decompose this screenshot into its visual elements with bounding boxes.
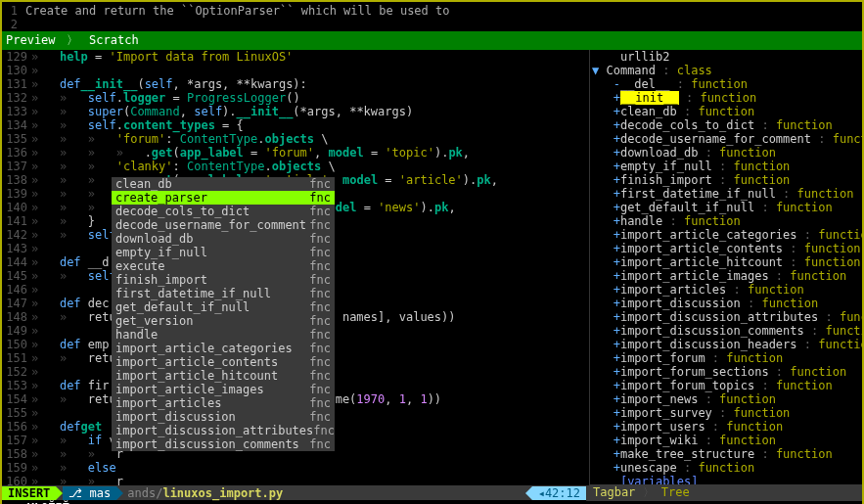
completion-item[interactable]: empty_if_nullfnc: [112, 246, 335, 259]
tag-member[interactable]: -__del__ : function: [592, 77, 860, 91]
tag-member[interactable]: +download_db : function: [592, 146, 860, 160]
mode-indicator: INSERT: [2, 486, 56, 500]
tag-member[interactable]: +__init__ : function: [592, 91, 860, 105]
completion-popup[interactable]: clean_dbfnccreate_parserfncdecode_cols_t…: [112, 177, 335, 451]
code-line[interactable]: 129» help = 'Import data from LinuxOS': [2, 50, 589, 64]
code-line[interactable]: 134» » self.content_types = {: [2, 118, 589, 132]
tag-member[interactable]: +import_wiki : function: [592, 434, 860, 447]
chevron-right-icon: 〉: [67, 33, 78, 47]
code-line[interactable]: 135» » » 'forum': ContentType.objects \: [2, 132, 589, 146]
tagbar-pane[interactable]: urllib2▼ Command : class -__del__ : func…: [589, 50, 862, 485]
completion-item[interactable]: first_datetime_if_nullfnc: [112, 287, 335, 300]
tag-member[interactable]: +unescape : function: [592, 461, 860, 475]
code-line[interactable]: 159» » else: [2, 461, 589, 475]
code-line[interactable]: 131» def __init__(self, *args, **kwargs)…: [2, 77, 589, 91]
tag-member[interactable]: +empty_if_null : function: [592, 160, 860, 173]
code-line[interactable]: 132» » self.logger = ProgressLogger(): [2, 91, 589, 105]
tag-member[interactable]: +finish_import : function: [592, 173, 860, 187]
completion-item[interactable]: create_parserfnc: [112, 191, 335, 205]
tag-member[interactable]: +import_article_hitcount : function: [592, 255, 860, 269]
completion-item[interactable]: decode_cols_to_dictfnc: [112, 205, 335, 218]
completion-item[interactable]: download_dbfnc: [112, 232, 335, 246]
tag-member[interactable]: +clean_db : function: [592, 105, 860, 118]
tag-member[interactable]: +handle : function: [592, 214, 860, 228]
git-branch: ⎇ mas: [63, 486, 116, 500]
completion-item[interactable]: handlefnc: [112, 328, 335, 342]
tag-member[interactable]: +import_article_contents : function: [592, 242, 860, 255]
completion-item[interactable]: finish_importfnc: [112, 273, 335, 287]
tag-member[interactable]: +import_discussion_attributes : func>: [592, 310, 860, 324]
tag-member[interactable]: +get_default_if_null : function: [592, 201, 860, 214]
tag-import[interactable]: urllib2: [592, 50, 860, 64]
doc-preview: 1Create and return the ``OptionParser`` …: [2, 2, 862, 31]
code-line[interactable]: 137» » » 'clanky': ContentType.objects \: [2, 160, 589, 173]
tag-member[interactable]: +import_discussion_headers : functio>: [592, 338, 860, 351]
completion-item[interactable]: decode_username_for_commentfnc: [112, 218, 335, 232]
tag-member[interactable]: +decode_username_for_comment : funct>: [592, 132, 860, 146]
tag-member[interactable]: +import_users : function: [592, 420, 860, 434]
tag-member[interactable]: +import_forum_topics : function: [592, 379, 860, 392]
breadcrumb-preview: Preview: [6, 33, 56, 47]
completion-item[interactable]: get_versionfnc: [112, 314, 335, 328]
code-line[interactable]: 136» » » » .get(app_label = 'forum', mod…: [2, 146, 589, 160]
tag-member[interactable]: +decode_cols_to_dict : function: [592, 118, 860, 132]
completion-item[interactable]: get_default_if_nullfnc: [112, 300, 335, 314]
editor-pane[interactable]: 129» help = 'Import data from LinuxOS'13…: [2, 50, 589, 485]
tag-member[interactable]: +import_articles : function: [592, 283, 860, 297]
status-bar: INSERT ⎇ mas ands/linuxos_import.py ◂42:…: [2, 485, 862, 500]
tag-member[interactable]: +import_survey : function: [592, 406, 860, 420]
code-line[interactable]: 160» » » r: [2, 475, 589, 485]
completion-item[interactable]: import_article_imagesfnc: [112, 383, 335, 396]
tag-member[interactable]: +import_article_images : function: [592, 269, 860, 283]
completion-item[interactable]: import_article_categoriesfnc: [112, 342, 335, 355]
tag-member[interactable]: +import_news : function: [592, 392, 860, 406]
file-path: ands/linuxos_import.py: [123, 486, 524, 500]
completion-item[interactable]: import_article_contentsfnc: [112, 355, 335, 369]
breadcrumb-scratch: Scratch: [89, 33, 139, 47]
cursor-position: ◂42:12: [532, 486, 586, 500]
tag-member[interactable]: +import_article_categories : function: [592, 228, 860, 242]
completion-item[interactable]: executefnc: [112, 259, 335, 273]
code-line[interactable]: 130»: [2, 64, 589, 77]
tag-member[interactable]: +first_datetime_if_null : function: [592, 187, 860, 201]
completion-item[interactable]: import_discussionfnc: [112, 410, 335, 424]
tag-member[interactable]: +import_forum : function: [592, 351, 860, 365]
branch-icon: ⎇: [68, 486, 82, 500]
code-line[interactable]: 133» » super(Command, self).__init__(*ar…: [2, 105, 589, 118]
tagbar-status: Tagbar 〉 Tree: [586, 484, 862, 501]
completion-item[interactable]: import_article_hitcountfnc: [112, 369, 335, 383]
completion-item[interactable]: clean_dbfnc: [112, 177, 335, 191]
completion-item[interactable]: import_articlesfnc: [112, 396, 335, 410]
tag-member[interactable]: +import_forum_sections : function: [592, 365, 860, 379]
tag-member[interactable]: +import_discussion : function: [592, 297, 860, 310]
completion-item[interactable]: import_discussion_commentsfnc: [112, 437, 335, 451]
breadcrumb: Preview 〉 Scratch: [2, 31, 862, 50]
tag-member[interactable]: +make_tree_structure : function: [592, 447, 860, 461]
tag-class[interactable]: ▼ Command : class: [592, 64, 860, 77]
completion-item[interactable]: import_discussion_attributesfnc: [112, 424, 335, 437]
tag-member[interactable]: +import_discussion_comments : functi>: [592, 324, 860, 338]
